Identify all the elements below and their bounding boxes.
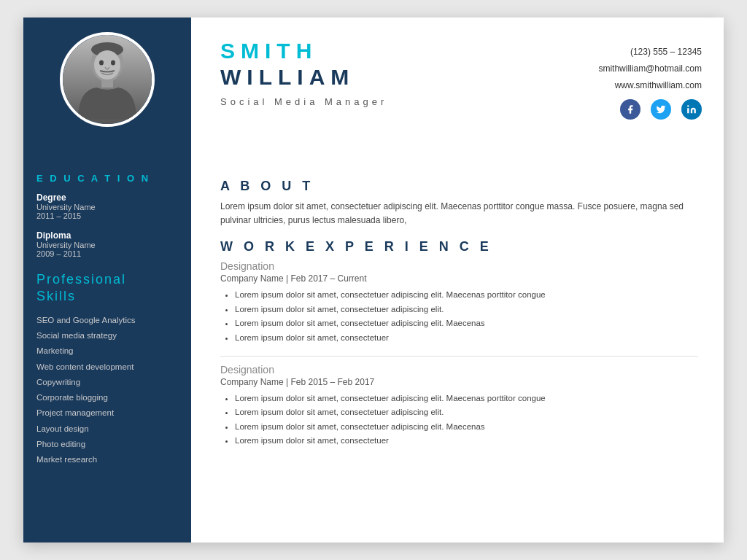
skill-item: Marketing xyxy=(36,345,178,357)
sidebar-content: E D U C A T I O N Degree University Name… xyxy=(23,152,191,483)
work-bullet: Lorem ipsum dolor sit amet, consectetuer… xyxy=(235,392,698,406)
facebook-icon[interactable] xyxy=(620,99,640,120)
skill-item: Market research xyxy=(36,454,178,466)
edu-university: University Name xyxy=(36,241,178,249)
contact-block: (123) 555 – 12345 smithwilliam@hotmail.c… xyxy=(598,38,702,120)
svg-point-4 xyxy=(99,61,104,66)
work-company: Company Name | Feb 2017 – Current xyxy=(220,273,698,284)
work-bullet: Lorem ipsum dolor sit amet, consectetuer… xyxy=(235,288,698,303)
edu-degree: Diploma xyxy=(36,230,178,241)
edu-degree: Degree xyxy=(36,192,178,203)
linkedin-icon[interactable] xyxy=(681,99,702,120)
education-list: Degree University Name 2011 – 2015 Diplo… xyxy=(36,192,178,258)
education-item: Degree University Name 2011 – 2015 xyxy=(36,192,178,220)
work-company: Company Name | Feb 2015 – Feb 2017 xyxy=(220,377,698,387)
job-title: Social Media Manager xyxy=(220,96,598,107)
first-name: SMITH xyxy=(220,38,598,64)
email: smithwilliam@hotmail.com xyxy=(598,62,702,76)
social-icons xyxy=(598,99,702,120)
skill-item: Copywriting xyxy=(36,376,178,389)
work-jobs: Designation Company Name | Feb 2017 – Cu… xyxy=(220,260,698,448)
work-experience-title: W O R K E X P E R I E N C E xyxy=(220,239,698,254)
work-entry: Designation Company Name | Feb 2015 – Fe… xyxy=(220,364,698,448)
work-bullet: Lorem ipsum dolor sit amet, consectetuer… xyxy=(235,405,698,420)
name-block: SMITH WILLIAM Social Media Manager xyxy=(220,38,598,107)
education-title: E D U C A T I O N xyxy=(36,173,178,184)
education-item: Diploma University Name 2009 – 2011 xyxy=(36,230,178,258)
work-designation: Designation xyxy=(220,364,698,376)
main-header: SMITH WILLIAM Social Media Manager (123)… xyxy=(191,18,724,152)
about-text: Lorem ipsum dolor sit amet, consectetuer… xyxy=(220,200,698,228)
work-bullet: Lorem ipsum dolor sit amet, consectetuer… xyxy=(235,316,698,331)
skill-item: Web content development xyxy=(36,361,178,373)
person-silhouette xyxy=(71,39,144,120)
skills-list: SEO and Google AnalyticsSocial media str… xyxy=(36,314,178,467)
edu-year: 2009 – 2011 xyxy=(36,249,178,258)
skill-item: Layout design xyxy=(36,423,178,435)
skill-item: Project management xyxy=(36,407,178,419)
work-bullets: Lorem ipsum dolor sit amet, consectetuer… xyxy=(220,392,698,448)
work-bullet: Lorem ipsum dolor sit amet, consectetuer… xyxy=(235,420,698,435)
svg-point-5 xyxy=(111,61,115,66)
work-bullet: Lorem ipsum dolor sit amet, consectetuer… xyxy=(235,303,698,317)
edu-university: University Name xyxy=(36,203,178,211)
main-body: A B O U T Lorem ipsum dolor sit amet, co… xyxy=(191,152,724,473)
main-content: SMITH WILLIAM Social Media Manager (123)… xyxy=(191,18,724,542)
work-bullet: Lorem ipsum dolor sit amet, consectetuer xyxy=(235,434,698,448)
website: www.smithwilliam.com xyxy=(598,79,702,93)
sidebar: E D U C A T I O N Degree University Name… xyxy=(23,18,191,542)
twitter-icon[interactable] xyxy=(651,99,671,120)
skill-item: Corporate blogging xyxy=(36,392,178,404)
svg-rect-2 xyxy=(101,79,113,88)
last-name: WILLIAM xyxy=(220,64,598,90)
work-entry: Designation Company Name | Feb 2017 – Cu… xyxy=(220,260,698,345)
avatar xyxy=(60,32,155,127)
work-bullets: Lorem ipsum dolor sit amet, consectetuer… xyxy=(220,288,698,345)
svg-point-6 xyxy=(687,105,689,106)
skill-item: Photo editing xyxy=(36,438,178,451)
edu-year: 2011 – 2015 xyxy=(36,211,178,220)
about-title: A B O U T xyxy=(220,179,698,194)
avatar-image xyxy=(63,35,152,124)
resume-container: E D U C A T I O N Degree University Name… xyxy=(23,18,724,542)
skill-item: Social media strategy xyxy=(36,330,178,342)
work-bullet: Lorem ipsum dolor sit amet, consectetuer xyxy=(235,331,698,346)
phone: (123) 555 – 12345 xyxy=(598,45,702,59)
work-designation: Designation xyxy=(220,260,698,272)
skill-item: SEO and Google Analytics xyxy=(36,314,178,327)
skills-title: ProfessionalSkills xyxy=(36,271,178,306)
